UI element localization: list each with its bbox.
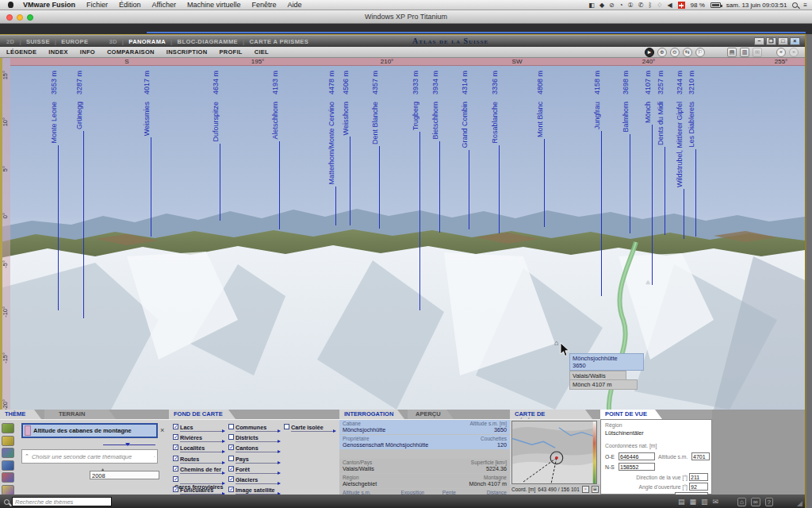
pan-arrow-icon[interactable]: ►: [645, 48, 654, 57]
layer-opacity-slider[interactable]: [236, 483, 280, 484]
layer-opacity-slider[interactable]: [180, 483, 224, 484]
layer-opacity-slider[interactable]: [236, 431, 280, 432]
checkbox-checked[interactable]: ✓: [173, 466, 178, 471]
keyboard-layout-icon[interactable]: [678, 2, 685, 9]
layer-opacity-slider[interactable]: [180, 431, 224, 432]
layer-lacs[interactable]: ✓Lacs: [173, 424, 224, 434]
layer-opacity-slider[interactable]: [236, 473, 280, 474]
sync-icon[interactable]: ◆: [599, 2, 604, 9]
layer-opacity-slider[interactable]: [236, 441, 280, 442]
mac-menu-6[interactable]: Aide: [287, 1, 301, 9]
menu-index[interactable]: INDEX: [48, 48, 67, 56]
rotate-view-icon[interactable]: ⇆: [683, 48, 692, 57]
checkbox-checked[interactable]: ✓: [173, 444, 178, 450]
checkbox-unchecked[interactable]: [228, 456, 234, 461]
reference-map[interactable]: [511, 421, 597, 484]
layer-gares-ferroviaires[interactable]: ✓Gares ferroviaires: [173, 476, 224, 487]
tab-fond-de-carte[interactable]: FOND DE CARTE: [169, 410, 236, 419]
mac-menu-5[interactable]: Fenêtre: [251, 1, 276, 9]
layer-chemins-de-fer[interactable]: ✓Chemins de fer: [173, 466, 224, 476]
restore-button[interactable]: ❐: [766, 37, 776, 45]
layer-carte-isol-e[interactable]: Carte isolée: [284, 424, 335, 434]
aperture-input[interactable]: [689, 483, 708, 491]
zoom-in-icon[interactable]: ⊕: [657, 48, 667, 57]
measure-icon[interactable]: ▤: [727, 48, 737, 57]
layer-localit-s[interactable]: ✓Localités: [173, 444, 224, 455]
menu-comparaison[interactable]: COMPARAISON: [107, 48, 155, 56]
theme-tool-icon-1[interactable]: [2, 423, 14, 433]
checkbox-unchecked[interactable]: [284, 424, 289, 429]
layer-rivi-res[interactable]: ✓Rivières: [173, 434, 224, 444]
layer-opacity-slider[interactable]: [291, 431, 335, 432]
layer-for-t[interactable]: ✓Forêt: [228, 466, 279, 476]
tab-terrain[interactable]: TERRAIN: [44, 410, 116, 419]
checkbox-checked[interactable]: ✓: [173, 424, 178, 429]
dual-view-icon[interactable]: ▥: [740, 48, 749, 57]
layer-opacity-slider[interactable]: [236, 463, 280, 464]
menu-ciel[interactable]: CIEL: [255, 48, 269, 56]
layer-opacity-slider[interactable]: [180, 463, 224, 464]
theme-tool-icon-5[interactable]: [2, 472, 14, 483]
mac-menu-0[interactable]: VMware Fusion: [23, 1, 75, 9]
checkbox-unchecked[interactable]: [228, 434, 234, 440]
direction-input[interactable]: [689, 473, 708, 481]
layer-opacity-slider[interactable]: [180, 473, 224, 474]
vm-titlebar[interactable]: Windows XP Pro Titanium: [0, 10, 812, 24]
layer-pays[interactable]: Pays: [228, 456, 279, 466]
nav-tab-bloc-diagramme[interactable]: BLOC-DIAGRAMME: [178, 38, 238, 45]
link-icon[interactable]: ∞: [751, 498, 760, 506]
notification-list-icon[interactable]: ≡: [803, 2, 807, 9]
theme-tool-icon-4[interactable]: [2, 460, 14, 471]
mac-menu-1[interactable]: Fichier: [86, 1, 108, 9]
close-traffic-light[interactable]: [6, 14, 13, 21]
tab-interrogation[interactable]: INTERROGATION: [339, 410, 404, 419]
second-theme-field[interactable]: ⌃ Choisir une seconde carte thématique ·: [21, 449, 158, 464]
map-zoom-button[interactable]: ⊞: [592, 486, 599, 493]
nav-tab-europe[interactable]: EUROPE: [61, 38, 88, 45]
resize-grip[interactable]: ◢: [797, 499, 802, 507]
spotlight-icon[interactable]: [792, 2, 798, 8]
viewpoint-icon[interactable]: ⚐: [695, 48, 705, 57]
layer-communes[interactable]: Communes: [228, 424, 279, 434]
info-icon[interactable]: ①: [628, 2, 634, 9]
nav-2d-label[interactable]: 2D: [6, 38, 14, 45]
map-panel-icon[interactable]: ▦: [689, 498, 696, 506]
panorama-viewport[interactable]: S195°210°SW240°255° 15°10°5°0°-5°-10°-15…: [0, 58, 805, 410]
hut-marker-icon[interactable]: ⌂: [554, 339, 558, 347]
layer-routes[interactable]: ✓Routes: [173, 456, 224, 466]
layer-glaciers[interactable]: ✓Glaciers: [228, 476, 279, 487]
ns-input[interactable]: [619, 463, 655, 471]
checkbox-checked[interactable]: ✓: [228, 466, 234, 471]
checkbox-checked[interactable]: ✓: [228, 487, 234, 492]
theme-search-input[interactable]: [12, 497, 112, 506]
layer-opacity-slider[interactable]: [236, 452, 280, 452]
help-icon[interactable]: ?: [765, 498, 773, 506]
layer-districts[interactable]: Districts: [228, 434, 279, 444]
zoom-out-icon[interactable]: ⊖: [670, 48, 680, 57]
checkbox-checked[interactable]: ✓: [228, 444, 234, 450]
minimize-traffic-light[interactable]: [17, 14, 23, 21]
close-icon[interactable]: ×: [160, 426, 164, 434]
menu-inscription[interactable]: INSCRIPTION: [167, 48, 208, 56]
home-icon[interactable]: ⌂: [737, 498, 746, 506]
menu-l-gende[interactable]: LÉGENDE: [6, 48, 36, 56]
tab-carte-reference[interactable]: CARTE DE RÉFÉRENCE: [510, 410, 592, 419]
nav-tab-carte-a-prismes[interactable]: CARTE A PRISMES: [250, 38, 309, 45]
time-machine-icon[interactable]: ◔: [619, 2, 623, 9]
checkbox-checked[interactable]: ✓: [228, 476, 234, 482]
phone-icon[interactable]: ✆: [638, 2, 644, 9]
nav-3d-label[interactable]: 3D: [109, 38, 117, 45]
mail-icon[interactable]: ✉: [753, 48, 762, 57]
maximize-button[interactable]: □: [778, 37, 788, 45]
altitude-input[interactable]: [691, 452, 710, 460]
mac-menu-2[interactable]: Édition: [119, 1, 141, 9]
tab-point-de-vue[interactable]: POINT DE VUE: [600, 410, 662, 419]
checkbox-unchecked[interactable]: [228, 424, 234, 429]
minimize-button[interactable]: −: [754, 37, 764, 45]
menu-info[interactable]: INFO: [80, 48, 95, 56]
checkbox-checked[interactable]: ✓: [173, 456, 178, 461]
menu-profil[interactable]: PROFIL: [219, 48, 242, 56]
apple-menu-icon[interactable]: [8, 2, 13, 8]
nav-tab-panorama[interactable]: PANORAMA: [128, 38, 166, 45]
checkbox-checked[interactable]: ✓: [173, 434, 178, 440]
